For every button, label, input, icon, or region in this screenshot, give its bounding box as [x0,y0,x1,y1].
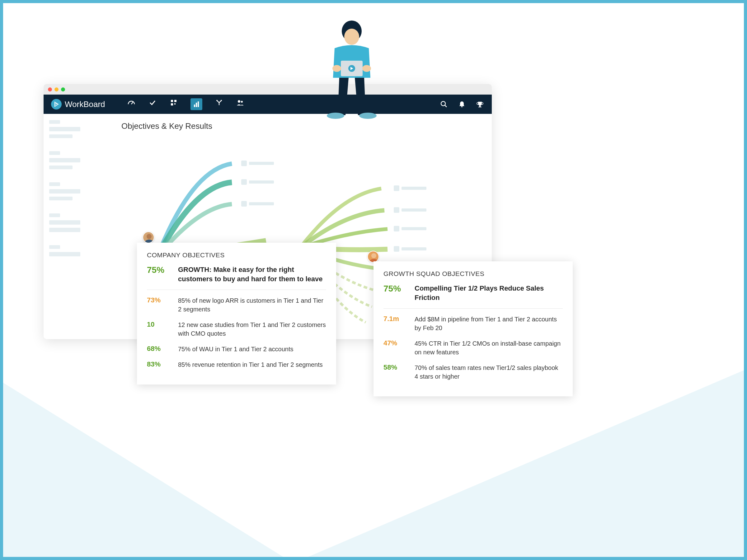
bell-icon[interactable] [458,100,466,109]
key-result-row[interactable]: 58%70% of sales team rates new Tier1/2 s… [383,364,563,381]
kr-text: 12 new case studies from Tier 1 and Tier… [178,320,326,338]
key-result-row[interactable]: 73%85% of new logo ARR is customers in T… [147,296,326,314]
svg-point-7 [359,113,377,119]
svg-rect-13 [194,105,195,107]
kr-text: Add $8M in pipeline from Tier 1 and Tier… [415,315,563,332]
close-button[interactable] [48,87,52,91]
kr-value: 58% [383,364,408,371]
svg-rect-9 [171,100,173,102]
svg-point-17 [221,100,222,101]
card-header: GROWTH SQUAD OBJECTIVES [383,270,563,277]
svg-rect-37 [394,246,399,252]
objective-pct: 75% [147,265,171,275]
svg-rect-31 [394,185,399,191]
key-result-row[interactable]: 68%75% of WAU in Tier 1 and Tier 2 accou… [147,345,326,353]
svg-rect-24 [479,107,482,107]
avatar-owner-1[interactable] [143,232,154,243]
svg-rect-15 [198,101,199,107]
brand-name: WorkBoard [65,100,105,109]
avatar-owner-2[interactable] [367,251,379,263]
key-result-row[interactable]: 83%85% revenue retention in Tier 1 and T… [147,360,326,369]
branch-icon[interactable] [215,98,224,107]
nav-icons [127,98,244,110]
kr-value: 68% [147,345,171,353]
objective-title: GROWTH: Make it easy for the right custo… [178,265,326,284]
svg-rect-12 [174,103,176,105]
search-icon[interactable] [439,100,448,109]
svg-point-16 [216,100,217,101]
svg-point-1 [344,29,359,45]
svg-rect-36 [402,227,427,230]
svg-point-18 [238,100,240,103]
page-title: Objectives & Key Results [121,121,479,131]
svg-rect-35 [394,226,399,232]
minimize-button[interactable] [54,87,58,91]
svg-rect-10 [174,100,177,102]
svg-point-20 [441,101,445,106]
key-result-row[interactable]: 1012 new case studies from Tier 1 and Ti… [147,320,326,338]
svg-rect-29 [241,201,247,207]
trophy-icon[interactable] [475,100,484,109]
bar-chart-icon[interactable] [190,98,202,110]
svg-point-41 [147,234,152,239]
top-nav: WorkBoard [44,95,492,114]
objective-row[interactable]: 75% GROWTH: Make it easy for the right c… [147,265,326,290]
svg-point-5 [362,65,371,72]
svg-point-22 [461,106,463,107]
svg-rect-27 [241,179,247,185]
svg-line-21 [445,105,447,107]
kr-value: 10 [147,320,171,328]
key-result-row[interactable]: 7.1mAdd $8M in pipeline from Tier 1 and … [383,315,563,332]
grid-icon[interactable] [169,98,178,107]
squad-objectives-card: GROWTH SQUAD OBJECTIVES 75% Compelling T… [374,261,573,396]
brand-logo-icon [51,99,61,109]
bg-shape-right [308,370,744,557]
check-icon[interactable] [148,98,157,107]
kr-value: 7.1m [383,315,408,323]
svg-point-19 [241,101,243,103]
svg-point-4 [332,65,341,72]
key-result-row[interactable]: 47%45% CTR in Tier 1/2 CMOs on install-b… [383,339,563,356]
people-icon[interactable] [236,98,244,107]
nav-right [439,100,484,109]
kr-text: 85% revenue retention in Tier 1 and Tier… [178,360,323,369]
maximize-button[interactable] [61,87,65,91]
kr-text: 85% of new logo ARR is customers in Tier… [178,296,326,314]
svg-line-8 [131,102,133,104]
kr-value: 73% [147,296,171,304]
kr-text: 75% of WAU in Tier 1 and Tier 2 accounts [178,345,293,353]
kr-value: 83% [147,360,171,368]
window-chrome [44,84,492,95]
kr-text: 45% CTR in Tier 1/2 CMOs on install-base… [415,339,563,356]
objective-pct: 75% [383,284,408,294]
objective-row[interactable]: 75% Compelling Tier 1/2 Plays Reduce Sal… [383,284,563,309]
svg-rect-25 [241,161,247,166]
card-header: COMPANY OBJECTIVES [147,251,326,259]
svg-point-6 [327,113,344,119]
svg-rect-38 [402,247,427,250]
svg-rect-11 [171,103,173,105]
brand[interactable]: WorkBoard [51,99,105,109]
speedometer-icon[interactable] [127,98,136,107]
svg-rect-23 [479,105,481,107]
svg-rect-34 [402,209,427,212]
company-objectives-card: COMPANY OBJECTIVES 75% GROWTH: Make it e… [137,243,336,384]
kr-text: 70% of sales team rates new Tier1/2 sale… [415,364,563,381]
svg-rect-33 [394,207,399,213]
svg-rect-26 [249,162,274,165]
svg-rect-28 [249,181,274,184]
objective-title: Compelling Tier 1/2 Plays Reduce Sales F… [415,284,563,302]
svg-rect-32 [402,187,427,190]
svg-point-43 [371,253,376,258]
svg-rect-14 [196,103,197,107]
svg-rect-30 [249,202,274,205]
kr-value: 47% [383,339,408,347]
sidebar [44,114,109,339]
illustration-person [308,16,395,128]
